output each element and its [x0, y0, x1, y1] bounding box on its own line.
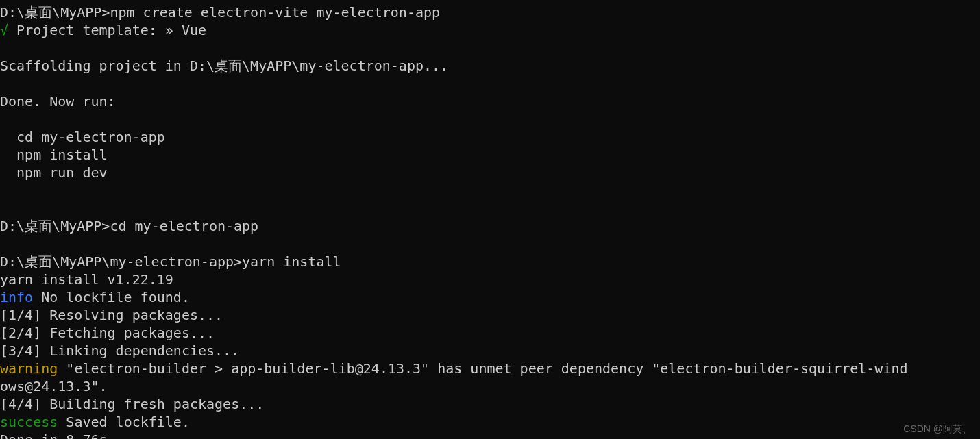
step-line: npm run dev	[0, 164, 980, 181]
blank-line	[0, 235, 980, 253]
info-line: info No lockfile found.	[0, 288, 980, 306]
info-text: No lockfile found.	[33, 289, 190, 305]
prompt-line: D:\桌面\MyAPP>cd my-electron-app	[0, 217, 980, 235]
terminal-output[interactable]: D:\桌面\MyAPP>npm create electron-vite my-…	[0, 3, 980, 439]
warning-label: warning	[0, 360, 58, 377]
stage-line: [1/4] Resolving packages...	[0, 306, 980, 324]
stage-line: [4/4] Building fresh packages...	[0, 395, 980, 413]
blank-line	[0, 75, 980, 92]
warning-line: warning "electron-builder > app-builder-…	[0, 360, 980, 377]
blank-line	[0, 181, 980, 199]
warning-line-cont: ows@24.13.3".	[0, 377, 980, 395]
template-label: Project template: »	[8, 22, 182, 38]
prompt-path: D:\桌面\MyAPP\my-electron-app>	[0, 253, 242, 270]
success-label: success	[0, 414, 58, 430]
success-text: Saved lockfile.	[58, 414, 190, 430]
prompt-line: D:\桌面\MyAPP>npm create electron-vite my-…	[0, 3, 980, 21]
prompt-line: D:\桌面\MyAPP\my-electron-app>yarn install	[0, 253, 980, 271]
info-label: info	[0, 289, 33, 305]
blank-line	[0, 199, 980, 217]
watermark: CSDN @阿莫、	[903, 423, 972, 435]
warning-text: "electron-builder > app-builder-lib@24.1…	[58, 360, 907, 377]
stage-line: [3/4] Linking dependencies...	[0, 342, 980, 360]
command-text: npm create electron-vite my-electron-app	[110, 4, 440, 21]
done-line: Done. Now run:	[0, 92, 980, 110]
template-value: Vue	[182, 22, 206, 38]
template-line: √ Project template: » Vue	[0, 21, 980, 39]
check-icon: √	[0, 22, 8, 38]
done-time: Done in 8.76s.	[0, 431, 980, 439]
step-line: cd my-electron-app	[0, 128, 980, 146]
success-line: success Saved lockfile.	[0, 413, 980, 431]
stage-line: [2/4] Fetching packages...	[0, 324, 980, 342]
step-line: npm install	[0, 146, 980, 164]
yarn-version: yarn install v1.22.19	[0, 271, 980, 288]
command-text: cd my-electron-app	[110, 218, 258, 234]
blank-line	[0, 39, 980, 57]
blank-line	[0, 110, 980, 128]
command-text: yarn install	[242, 253, 341, 270]
prompt-path: D:\桌面\MyAPP>	[0, 218, 110, 234]
prompt-path: D:\桌面\MyAPP>	[0, 4, 110, 21]
scaffold-line: Scaffolding project in D:\桌面\MyAPP\my-el…	[0, 57, 980, 75]
